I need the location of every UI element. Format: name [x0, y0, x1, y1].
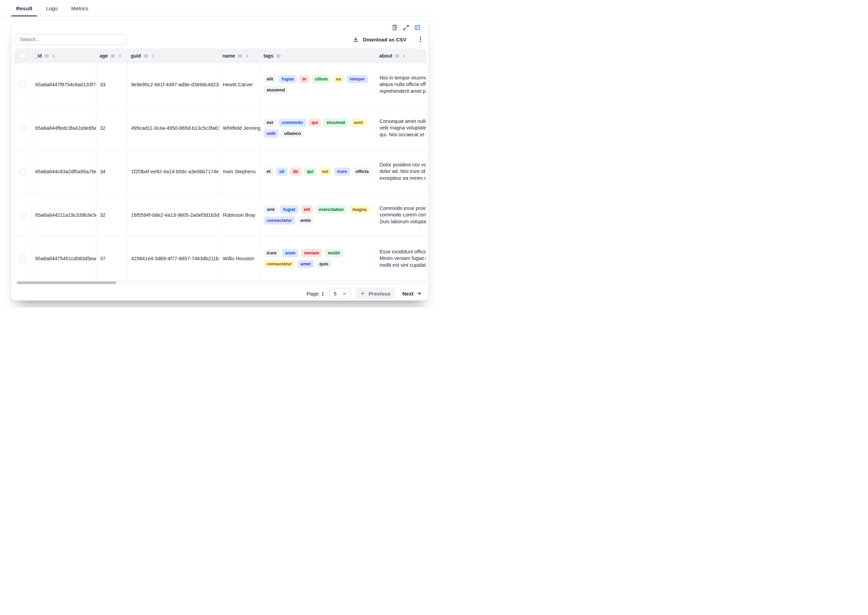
tag-badge: ullamco [281, 130, 304, 138]
about-text-line: qui. Nisi occaecat et enim ad [380, 131, 426, 138]
cell-tags: estcommodoquieiusmodsuntvelitullamco [260, 106, 376, 150]
arrow-left-icon [360, 291, 366, 296]
column-header-name: name [219, 53, 260, 59]
table-header: _id age guid name tags about [15, 49, 426, 62]
column-label: age [100, 53, 108, 59]
tag-badge: eiusmod [263, 86, 288, 94]
result-table: _id age guid name tags about 65a6a8447f8… [14, 48, 426, 284]
column-label: _id [35, 53, 42, 59]
select-all-checkbox[interactable] [20, 53, 26, 59]
table-row: 65a6a844211a19c339b3e3d33216f5594f-0de2-… [15, 193, 426, 237]
cell-name: Whitfield Jennings [219, 106, 260, 150]
tag-badge: enim [298, 216, 314, 225]
row-checkbox[interactable] [20, 212, 26, 219]
tag-badge: elit [301, 206, 313, 214]
cell-age: 34 [96, 150, 127, 193]
tag-badge: anim [282, 249, 298, 257]
about-text-line: Duis laborum voluptate cons [380, 219, 426, 225]
tag-badge: est [319, 167, 332, 176]
eye-icon[interactable] [44, 53, 49, 59]
next-button[interactable]: Next [400, 291, 424, 297]
search-input[interactable] [16, 34, 127, 45]
previous-button[interactable]: Previous [355, 288, 395, 299]
table-row: 65a6a8447f8754c6a0133f79339e9e95c2-661f-… [15, 62, 426, 106]
row-checkbox[interactable] [20, 125, 26, 131]
table-body: 65a6a8447f8754c6a0133f79339e9e95c2-661f-… [15, 62, 426, 280]
cell-age: 33 [96, 63, 127, 106]
tag-badge: magna [349, 206, 370, 214]
tab-metrics[interactable]: Metrics [66, 5, 93, 16]
cell-id: 65a6a8447f8754c6a0133f79 [31, 63, 96, 106]
cell-tags: etsitdoquiestirureofficia [260, 150, 376, 193]
sort-icon[interactable] [245, 54, 249, 58]
eye-icon[interactable] [143, 53, 148, 59]
kebab-menu-icon[interactable] [419, 36, 422, 43]
expand-icon[interactable] [402, 24, 409, 31]
tag-badge: consectetur [263, 216, 295, 225]
sort-icon[interactable] [151, 54, 155, 58]
tag-badge: est [263, 119, 276, 127]
row-checkbox[interactable] [20, 169, 26, 175]
column-label: guid [131, 53, 141, 59]
about-text-line: Commodo esse proident exe [380, 205, 426, 212]
cell-age: 32 [96, 106, 127, 150]
cell-about: Nisi in tempor eiusmod nullaaliqua nulla… [376, 75, 426, 95]
cell-id: 65a6a844ffedc3fa42a9e65e [31, 106, 96, 150]
download-csv-button[interactable]: Download as CSV [363, 37, 407, 42]
cell-name: Irwin Stephens [219, 150, 260, 193]
column-label: about [379, 53, 392, 59]
row-checkbox[interactable] [20, 256, 26, 262]
cell-id: 65a6a844211a19c339b3e3d3 [31, 194, 96, 237]
scrollbar-thumb[interactable] [17, 281, 116, 284]
tag-badge: sunt [351, 119, 366, 127]
clipboard-paste-icon[interactable] [391, 24, 398, 31]
tag-badge: elit [263, 75, 276, 83]
cell-name: Hewitt Carver [219, 63, 260, 106]
tab-logs[interactable]: Logs [41, 5, 62, 16]
column-header-age: age [96, 53, 127, 59]
sort-icon[interactable] [402, 54, 407, 58]
table-row: 65a6a84475451cd083d5eacc37425841e4-3d69-… [15, 237, 426, 280]
table-row: 65a6a844ffedc3fa42a9e65e32495cad11-0c4a-… [15, 106, 426, 150]
tag-badge: fugiat [280, 206, 298, 214]
cell-tags: irureanimveniammollitconsecteturametquis [260, 237, 376, 280]
cell-id: 65a6a84475451cd083d5eacc [31, 237, 96, 280]
tag-badge: tempor [347, 75, 368, 83]
tag-badge: sit [276, 167, 288, 176]
cell-guid: 16f5594f-0de2-4a13-9605-2a0ef3d1b3d2 [127, 194, 219, 237]
tab-result[interactable]: Result [11, 5, 37, 16]
cell-age: 37 [96, 237, 127, 280]
eye-icon[interactable] [276, 53, 281, 59]
table-row: 65a6a844c83a2df0a95a76ee341f2f3b4f-ee92-… [15, 150, 426, 193]
tab-bar: Result Logs Metrics [0, 0, 434, 16]
tag-badge: cillum [312, 75, 331, 83]
about-text-line: Nisi in tempor eiusmod nulla [380, 75, 426, 81]
cell-about: Consequat amet nulla sit autevelit magna… [376, 118, 426, 138]
table-layout-icon[interactable] [414, 24, 421, 31]
cell-guid: 425841e4-3d69-4f77-8857-7463db211bb0 [127, 237, 219, 280]
tag-badge: in [299, 75, 309, 83]
arrow-right-icon [416, 291, 422, 296]
download-icon[interactable] [352, 36, 359, 43]
row-checkbox[interactable] [20, 81, 26, 88]
about-text-line: Minim veniam fugiat commo [380, 255, 426, 262]
tag-badge: qui [304, 167, 317, 176]
result-panel: Download as CSV _id age guid name tags a… [11, 20, 429, 301]
sort-icon[interactable] [118, 54, 122, 58]
about-text-line: Dolor proident nisi voluptate [380, 162, 426, 169]
tag-badge: exercitation [316, 206, 347, 214]
eye-icon[interactable] [110, 53, 115, 59]
column-header-tags: tags [260, 53, 376, 59]
sort-icon[interactable] [52, 54, 56, 58]
column-header-id: _id [31, 53, 96, 59]
eye-icon[interactable] [238, 53, 243, 59]
tag-badge: irure [334, 167, 350, 176]
cell-guid: 495cad11-0c4a-4950-865d-b13c5c3fa61e [127, 106, 219, 150]
eye-icon[interactable] [395, 53, 400, 59]
page-size-select[interactable]: 5 [329, 288, 351, 299]
tag-badge: irure [263, 249, 280, 257]
cell-name: Willis Houston [219, 237, 260, 280]
column-label: name [223, 53, 235, 59]
column-label: tags [263, 53, 273, 59]
cell-tags: sintfugiatelitexercitationmagnaconsectet… [260, 194, 376, 237]
